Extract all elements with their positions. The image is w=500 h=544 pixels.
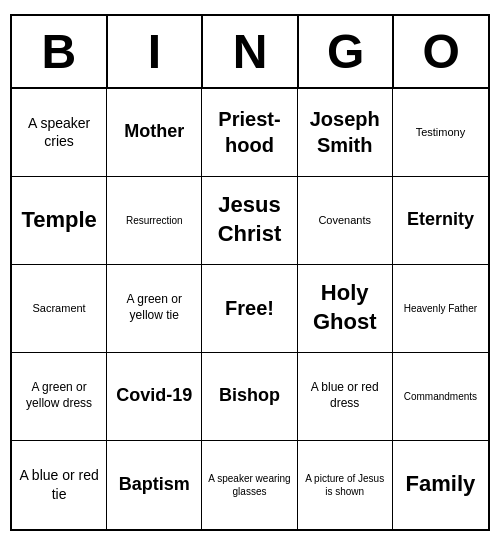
cell-text: Commandments <box>404 390 477 403</box>
bingo-cell: Free! <box>202 265 297 353</box>
cell-text: Covenants <box>318 213 371 227</box>
cell-text: Eternity <box>407 208 474 231</box>
cell-text: Testimony <box>416 125 466 139</box>
cell-text: Priest-hood <box>206 106 292 158</box>
cell-text: A green or yellow tie <box>111 292 197 323</box>
header-letter: G <box>299 16 395 89</box>
bingo-cell: Priest-hood <box>202 89 297 177</box>
bingo-cell: A speaker wearing glasses <box>202 441 297 529</box>
cell-text: Free! <box>225 295 274 321</box>
bingo-cell: Jesus Christ <box>202 177 297 265</box>
header-letter: I <box>108 16 204 89</box>
cell-text: Resurrection <box>126 214 183 227</box>
bingo-header: BINGO <box>12 16 488 89</box>
cell-text: Temple <box>21 206 96 235</box>
header-letter: B <box>12 16 108 89</box>
cell-text: Bishop <box>219 384 280 407</box>
header-letter: O <box>394 16 488 89</box>
cell-text: Sacrament <box>32 301 85 315</box>
bingo-cell: A green or yellow dress <box>12 353 107 441</box>
cell-text: Holy Ghost <box>302 279 388 336</box>
cell-text: Joseph Smith <box>302 106 388 158</box>
bingo-cell: A blue or red dress <box>298 353 393 441</box>
bingo-cell: Eternity <box>393 177 488 265</box>
cell-text: Jesus Christ <box>206 191 292 248</box>
bingo-grid: A speaker criesMotherPriest-hoodJoseph S… <box>12 89 488 529</box>
cell-text: A picture of Jesus is shown <box>302 472 388 498</box>
cell-text: A blue or red tie <box>16 466 102 502</box>
bingo-cell: Baptism <box>107 441 202 529</box>
bingo-cell: Family <box>393 441 488 529</box>
bingo-cell: Heavenly Father <box>393 265 488 353</box>
cell-text: A blue or red dress <box>302 380 388 411</box>
cell-text: Heavenly Father <box>404 302 477 315</box>
bingo-cell: Covid-19 <box>107 353 202 441</box>
bingo-cell: Holy Ghost <box>298 265 393 353</box>
bingo-cell: Covenants <box>298 177 393 265</box>
bingo-card: BINGO A speaker criesMotherPriest-hoodJo… <box>10 14 490 531</box>
cell-text: A speaker wearing glasses <box>206 472 292 498</box>
bingo-cell: Temple <box>12 177 107 265</box>
bingo-cell: Bishop <box>202 353 297 441</box>
bingo-cell: A picture of Jesus is shown <box>298 441 393 529</box>
cell-text: Family <box>406 470 476 499</box>
bingo-cell: Mother <box>107 89 202 177</box>
cell-text: Mother <box>124 120 184 143</box>
bingo-cell: Testimony <box>393 89 488 177</box>
bingo-cell: A green or yellow tie <box>107 265 202 353</box>
bingo-cell: Joseph Smith <box>298 89 393 177</box>
cell-text: Baptism <box>119 473 190 496</box>
cell-text: A speaker cries <box>16 114 102 150</box>
bingo-cell: Sacrament <box>12 265 107 353</box>
cell-text: Covid-19 <box>116 384 192 407</box>
bingo-cell: A speaker cries <box>12 89 107 177</box>
header-letter: N <box>203 16 299 89</box>
bingo-cell: A blue or red tie <box>12 441 107 529</box>
bingo-cell: Resurrection <box>107 177 202 265</box>
bingo-cell: Commandments <box>393 353 488 441</box>
cell-text: A green or yellow dress <box>16 380 102 411</box>
